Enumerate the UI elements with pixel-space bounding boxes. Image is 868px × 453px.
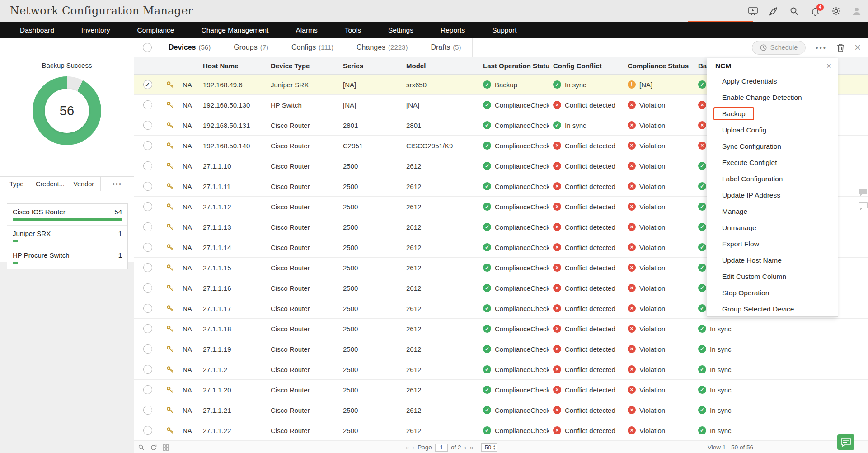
column-header-host-name[interactable]: Host Name — [199, 62, 267, 70]
search-icon[interactable] — [789, 6, 799, 16]
column-header-last-operation-status[interactable]: Last Operation Status — [479, 62, 549, 70]
column-header-device-type[interactable]: Device Type — [267, 62, 339, 70]
tab-devices[interactable]: Devices(56) — [157, 38, 222, 57]
row-checkbox[interactable] — [143, 243, 152, 252]
menu-item-unmanage[interactable]: Unmanage — [707, 220, 838, 236]
row-checkbox[interactable] — [143, 100, 152, 109]
series-cell: C2951 — [339, 136, 403, 156]
nav-item-change-management[interactable]: Change Management — [188, 22, 282, 38]
row-checkbox[interactable] — [143, 426, 152, 435]
row-checkbox[interactable] — [143, 121, 152, 130]
row-checkbox[interactable] — [143, 385, 152, 394]
table-row[interactable]: NA27.1.1.18Cisco Router25002612✓Complian… — [134, 319, 868, 339]
page-number-input[interactable] — [435, 444, 448, 452]
row-checkbox[interactable] — [143, 141, 152, 150]
row-checkbox[interactable] — [143, 324, 152, 333]
chat-bubble-icon[interactable] — [858, 201, 868, 211]
nav-item-compliance[interactable]: Compliance — [124, 22, 188, 38]
table-row[interactable]: NA27.1.1.19Cisco Router25002612✓Complian… — [134, 339, 868, 359]
last-page-icon[interactable]: » — [469, 444, 473, 451]
device-type-item[interactable]: Cisco IOS Router54 — [7, 204, 127, 226]
user-account-icon[interactable] — [852, 6, 862, 16]
tab-groups[interactable]: Groups(7) — [222, 38, 280, 57]
row-checkbox[interactable]: ✓ — [143, 80, 152, 89]
menu-item-execute-configlet[interactable]: Execute Configlet — [707, 155, 838, 171]
tab-drafts[interactable]: Drafts(5) — [419, 38, 473, 57]
table-row[interactable]: NA27.1.1.22Cisco Router25002612✓Complian… — [134, 420, 868, 441]
device-type-item[interactable]: Juniper SRX1 — [7, 226, 127, 247]
notifications-bell-icon[interactable]: 4 — [810, 6, 820, 16]
series-cell: 2500 — [339, 258, 403, 278]
config-conflict-cell: ×Conflict detected — [549, 359, 624, 379]
menu-item-export-flow[interactable]: Export Flow — [707, 236, 838, 252]
row-checkbox[interactable] — [143, 406, 152, 415]
menu-item-sync-configuration[interactable]: Sync Configuration — [707, 138, 838, 155]
row-checkbox[interactable] — [143, 365, 152, 374]
menu-item-apply-credentials[interactable]: Apply Credentials — [707, 73, 838, 90]
select-all-checkbox[interactable] — [143, 43, 152, 52]
nav-item-settings[interactable]: Settings — [375, 22, 427, 38]
menu-item-upload-config[interactable]: Upload Config — [707, 122, 838, 138]
menu-item-update-ip-address[interactable]: Update IP Address — [707, 187, 838, 203]
schedule-button[interactable]: Schedule — [752, 41, 806, 55]
delete-trash-icon[interactable] — [837, 43, 845, 52]
column-header-model[interactable]: Model — [403, 62, 479, 70]
tab-changes[interactable]: Changes(2223) — [345, 38, 419, 57]
menu-item-enable-change-detection[interactable]: Enable Change Detection — [707, 90, 838, 106]
menu-item-group-selected-device[interactable]: Group Selected Device — [707, 301, 838, 317]
column-header-compliance-status[interactable]: Compliance Status — [624, 62, 696, 70]
row-checkbox[interactable] — [143, 161, 152, 170]
menu-item-backup[interactable]: Backup — [707, 106, 838, 122]
config-conflict-cell: ×Conflict detected — [549, 197, 624, 217]
table-row[interactable]: NA27.1.1.2Cisco Router25002612✓Complianc… — [134, 359, 868, 380]
nav-item-inventory[interactable]: Inventory — [68, 22, 124, 38]
nav-item-reports[interactable]: Reports — [427, 22, 479, 38]
support-chat-button[interactable] — [837, 434, 854, 450]
status-label: ComplianceCheck — [495, 406, 549, 414]
nav-item-alarms[interactable]: Alarms — [282, 22, 331, 38]
model-cell: [NA] — [403, 95, 479, 115]
sidebar-tab-credent[interactable]: Credent... — [33, 177, 67, 191]
menu-item-stop-operation[interactable]: Stop Operation — [707, 285, 838, 301]
device-type-item[interactable]: HP Procure Switch1 — [7, 247, 127, 269]
menu-item-manage[interactable]: Manage — [707, 203, 838, 220]
status-label: ComplianceCheck — [495, 427, 549, 434]
config-conflict-cell: ×Conflict detected — [549, 298, 624, 318]
menu-item-update-host-name[interactable]: Update Host Name — [707, 252, 838, 269]
row-checkbox[interactable] — [143, 344, 152, 354]
row-checkbox[interactable] — [143, 283, 152, 293]
footer-grid-icon[interactable] — [163, 444, 169, 451]
nav-item-support[interactable]: Support — [479, 22, 530, 38]
page-size-select[interactable]: 50 ▴▾ — [481, 443, 497, 452]
more-actions-icon[interactable]: ••• — [816, 44, 827, 52]
footer-refresh-icon[interactable] — [150, 444, 157, 451]
first-page-icon[interactable]: « — [405, 444, 409, 451]
sidebar-tab-type[interactable]: Type — [0, 177, 33, 191]
table-row[interactable]: NA27.1.1.20Cisco Router25002612✓Complian… — [134, 380, 868, 400]
menu-item-label-configuration[interactable]: Label Configuration — [707, 171, 838, 187]
row-checkbox[interactable] — [143, 304, 152, 313]
feedback-bubble-icon[interactable] — [858, 188, 868, 197]
footer-search-icon[interactable] — [138, 444, 145, 451]
nav-item-dashboard[interactable]: Dashboard — [6, 22, 68, 38]
row-checkbox[interactable] — [143, 222, 152, 231]
menu-item-edit-custom-column[interactable]: Edit Custom Column — [707, 269, 838, 285]
sidebar-tab-vendor[interactable]: Vendor — [67, 177, 101, 191]
row-checkbox[interactable] — [143, 263, 152, 272]
sidebar-tabs-more-icon[interactable]: ••• — [101, 177, 134, 191]
launch-rocket-icon[interactable] — [769, 6, 779, 16]
tab-configs[interactable]: Configs(111) — [280, 38, 345, 57]
nav-item-tools[interactable]: Tools — [331, 22, 375, 38]
prev-page-icon[interactable]: ‹ — [412, 444, 414, 451]
column-header-config-conflict[interactable]: Config Conflict — [549, 62, 624, 70]
presentation-icon[interactable] — [748, 6, 758, 16]
backup-success-donut[interactable]: 56 — [33, 76, 101, 145]
close-panel-icon[interactable]: × — [854, 42, 861, 53]
settings-gear-icon[interactable] — [831, 6, 841, 16]
row-checkbox[interactable] — [143, 202, 152, 211]
column-header-series[interactable]: Series — [339, 62, 403, 70]
table-row[interactable]: NA27.1.1.21Cisco Router25002612✓Complian… — [134, 400, 868, 420]
row-checkbox[interactable] — [143, 182, 152, 191]
next-page-icon[interactable]: › — [464, 444, 466, 451]
menu-close-icon[interactable]: × — [826, 61, 831, 70]
